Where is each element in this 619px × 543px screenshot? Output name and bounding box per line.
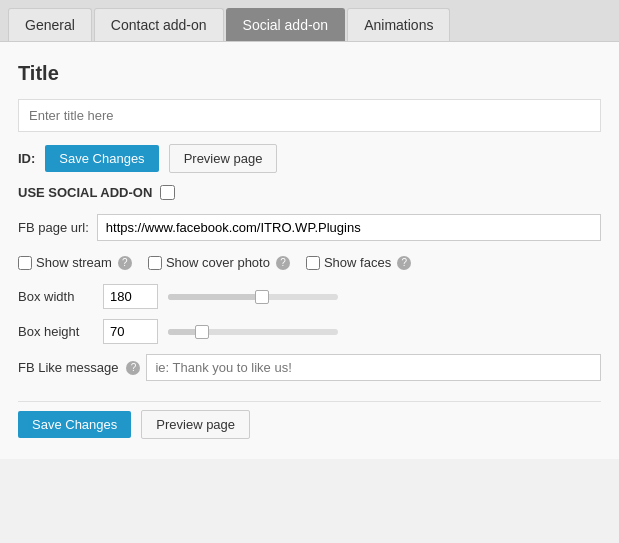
show-faces-checkbox[interactable]: [306, 256, 320, 270]
box-height-input[interactable]: [103, 319, 158, 344]
preview-page-button-bottom[interactable]: Preview page: [141, 410, 250, 439]
use-social-checkbox[interactable]: [160, 185, 175, 200]
title-input[interactable]: [18, 99, 601, 132]
use-social-row: USE SOCIAL ADD-ON: [18, 185, 601, 200]
fb-like-label: FB Like message: [18, 360, 118, 375]
show-stream-option: Show stream ?: [18, 255, 132, 270]
show-cover-photo-help-icon[interactable]: ?: [276, 256, 290, 270]
tab-social-addon[interactable]: Social add-on: [226, 8, 346, 41]
tab-general[interactable]: General: [8, 8, 92, 41]
tab-animations[interactable]: Animations: [347, 8, 450, 41]
fb-url-label: FB page url:: [18, 220, 89, 235]
fb-like-row: FB Like message ?: [18, 354, 601, 381]
show-faces-label: Show faces: [324, 255, 391, 270]
box-width-slider[interactable]: [168, 294, 338, 300]
use-social-label: USE SOCIAL ADD-ON: [18, 185, 152, 200]
tabs-container: General Contact add-on Social add-on Ani…: [0, 0, 619, 42]
box-width-label: Box width: [18, 289, 93, 304]
box-height-row: Box height: [18, 319, 601, 344]
save-changes-button-bottom[interactable]: Save Changes: [18, 411, 131, 438]
options-row: Show stream ? Show cover photo ? Show fa…: [18, 255, 601, 270]
show-stream-help-icon[interactable]: ?: [118, 256, 132, 270]
box-width-row: Box width: [18, 284, 601, 309]
show-cover-photo-option: Show cover photo ?: [148, 255, 290, 270]
box-height-label: Box height: [18, 324, 93, 339]
section-title: Title: [18, 62, 601, 85]
fb-url-row: FB page url:: [18, 214, 601, 241]
main-content: Title ID: Save Changes Preview page USE …: [0, 42, 619, 459]
id-label: ID:: [18, 151, 35, 166]
show-cover-photo-checkbox[interactable]: [148, 256, 162, 270]
fb-like-help-icon[interactable]: ?: [126, 361, 140, 375]
show-stream-label: Show stream: [36, 255, 112, 270]
save-changes-button-top[interactable]: Save Changes: [45, 145, 158, 172]
fb-url-input[interactable]: [97, 214, 601, 241]
show-faces-option: Show faces ?: [306, 255, 411, 270]
tab-contact-addon[interactable]: Contact add-on: [94, 8, 224, 41]
box-height-slider[interactable]: [168, 329, 338, 335]
show-cover-photo-label: Show cover photo: [166, 255, 270, 270]
show-faces-help-icon[interactable]: ?: [397, 256, 411, 270]
bottom-row: Save Changes Preview page: [18, 401, 601, 439]
box-width-input[interactable]: [103, 284, 158, 309]
fb-like-input[interactable]: [146, 354, 601, 381]
preview-page-button-top[interactable]: Preview page: [169, 144, 278, 173]
show-stream-checkbox[interactable]: [18, 256, 32, 270]
id-row: ID: Save Changes Preview page: [18, 144, 601, 173]
